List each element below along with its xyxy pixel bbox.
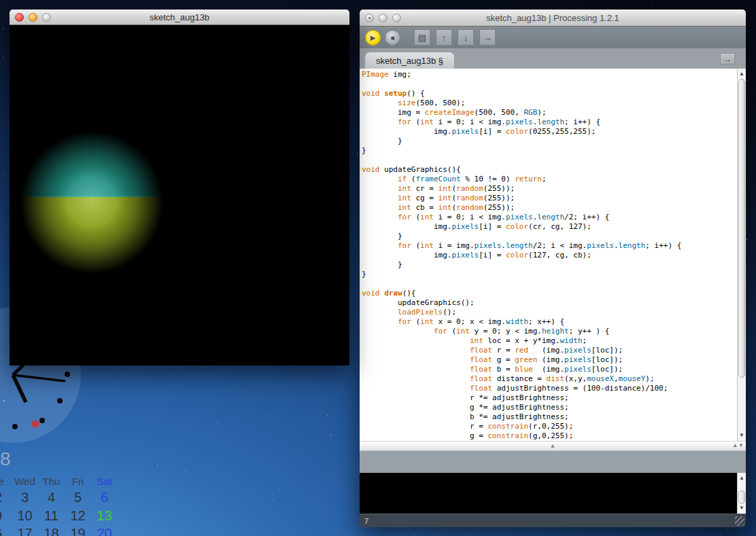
calendar-date: 11 <box>38 508 65 524</box>
sketch-sphere-graphic <box>20 131 163 274</box>
calendar-date: 10 <box>12 508 38 524</box>
code-line: g = constrain(g,0,255); <box>362 431 737 441</box>
editor-vertical-scrollbar[interactable]: ▲ ▼ <box>737 69 746 441</box>
code-line: int loc = x + y*img.width; <box>362 336 737 346</box>
code-line: } <box>362 260 737 270</box>
code-line: } <box>362 137 737 146</box>
code-line: for (int i = 0; i < img.pixels.length; i… <box>362 118 737 127</box>
calendar-date: 5 <box>65 490 91 505</box>
sketch-window-titlebar[interactable]: sketch_aug13b <box>10 10 349 25</box>
scroll-up-icon[interactable]: ▲ <box>738 474 746 482</box>
status-bar: 7 <box>360 514 746 527</box>
calendar-date: 2 <box>0 490 12 505</box>
ide-titlebar[interactable]: sketch_aug13b | Processing 1.2.1 <box>360 10 746 26</box>
code-line: } <box>362 232 737 241</box>
code-line: for (int x = 0; x < img.width; x++) { <box>362 317 737 327</box>
open-icon: ↑ <box>442 33 447 43</box>
code-area[interactable]: PImage img; void setup() { size(500, 500… <box>360 69 737 441</box>
calendar-date: 17 <box>12 526 38 536</box>
minimize-button[interactable] <box>29 13 37 22</box>
calendar-date: 3 <box>12 490 38 505</box>
splitter-handle[interactable]: ▲ <box>550 442 556 449</box>
code-line: float b = blue (img.pixels[loc]); <box>362 365 737 374</box>
calendar-date: 19 <box>65 526 91 536</box>
scroll-corner-arrows-icon[interactable]: ▲▼ <box>732 442 744 448</box>
code-line: float adjustBrightness = (100-distance)/… <box>362 384 737 393</box>
code-line: float g = green (img.pixels[loc]); <box>362 355 737 365</box>
calendar-week-row: 910111213 <box>0 508 118 524</box>
code-line: g *= adjustBrightness; <box>362 403 737 412</box>
code-line <box>362 79 737 89</box>
code-line <box>362 279 737 289</box>
code-line: int cb = int(random(255)); <box>362 203 737 213</box>
calendar-date: 9 <box>0 508 12 524</box>
scroll-down-icon[interactable]: ▼ <box>738 504 746 512</box>
calendar-day-header: Sat <box>91 476 118 487</box>
scroll-up-icon[interactable]: ▲ <box>738 70 746 78</box>
window-resize-grip[interactable] <box>735 516 744 526</box>
code-line: float distance = dist(x,y,mouseX,mouseY)… <box>362 374 737 384</box>
stop-icon: ■ <box>390 34 394 41</box>
minimize-button[interactable] <box>379 14 388 22</box>
clock-marker <box>57 398 63 404</box>
code-editor[interactable]: PImage img; void setup() { size(500, 500… <box>360 69 746 441</box>
code-line: float r = red (img.pixels[loc]); <box>362 346 737 355</box>
export-icon: → <box>483 33 492 43</box>
calendar-date: 13 <box>91 508 118 524</box>
new-sketch-icon: ▤ <box>418 33 426 43</box>
console[interactable]: ▲ ▼ <box>360 473 746 514</box>
stop-button[interactable]: ■ <box>385 30 400 46</box>
tab-sketch-aug13b[interactable]: sketch_aug13b § <box>365 52 454 69</box>
scroll-down-icon[interactable]: ▼ <box>738 431 746 440</box>
code-line: void updateGraphics(){ <box>362 165 737 175</box>
calendar-date: 4 <box>38 490 65 505</box>
code-line: img.pixels[i] = color(0255,255,255); <box>362 127 737 137</box>
code-line <box>362 156 737 165</box>
current-line-indicator: 7 <box>360 517 368 525</box>
code-line: img = createImage(500, 500, RGB); <box>362 108 737 118</box>
export-button[interactable]: → <box>479 29 496 46</box>
ide-tab-bar: sketch_aug13b § → <box>360 48 746 69</box>
clock-marker <box>65 372 70 377</box>
code-line: updateGraphics(); <box>362 298 737 308</box>
calendar-date: 6 <box>91 490 118 505</box>
code-line: size(500, 500); <box>362 99 737 108</box>
code-line: b *= adjustBrightness; <box>362 412 737 422</box>
code-line: } <box>362 146 737 156</box>
console-vertical-scrollbar[interactable]: ▲ ▼ <box>737 473 746 514</box>
code-line: for (int y = 0; y < img.height; y++ ) { <box>362 327 737 336</box>
processing-ide-window: sketch_aug13b | Processing 1.2.1 ▶ ■ ▤ ↑… <box>360 10 746 526</box>
code-line: void setup() { <box>362 89 737 99</box>
code-line: r *= adjustBrightness; <box>362 393 737 403</box>
run-button[interactable]: ▶ <box>365 30 381 46</box>
calendar-date: 20 <box>91 526 118 536</box>
code-line: int cr = int(random(255)); <box>362 184 737 194</box>
editor-horizontal-scrollbar[interactable]: ▲ ▲▼ <box>360 441 746 450</box>
editor-scrollbar-thumb[interactable] <box>738 79 745 378</box>
calendar-date: 12 <box>65 508 91 524</box>
clock-second-hand-dot <box>32 421 39 428</box>
close-button[interactable] <box>365 14 374 22</box>
sketch-output-window: sketch_aug13b <box>10 10 349 365</box>
console-scrollbar-thumb[interactable] <box>738 490 745 504</box>
calendar-week-row: 617181920 <box>0 526 118 536</box>
code-line: void draw(){ <box>362 289 737 298</box>
open-sketch-button[interactable]: ↑ <box>436 29 452 46</box>
code-line: img.pixels[i] = color(cr, cg, 127); <box>362 222 737 232</box>
calendar-date: 18 <box>38 526 65 536</box>
zoom-button[interactable] <box>392 14 401 22</box>
save-icon: ↓ <box>464 33 468 43</box>
sketch-canvas[interactable] <box>10 25 349 365</box>
tab-menu-arrow-icon: → <box>723 54 732 64</box>
run-icon: ▶ <box>371 34 376 41</box>
save-button[interactable]: ↓ <box>458 29 474 46</box>
calendar-big-day: 8 <box>0 448 11 470</box>
tab-menu-button[interactable]: → <box>720 53 735 65</box>
new-sketch-button[interactable]: ▤ <box>414 29 430 46</box>
desktop: { "sketch_window": { "title": "sketch_au… <box>0 0 756 536</box>
code-line: } <box>362 270 737 279</box>
close-button[interactable] <box>15 13 24 22</box>
ide-window-title: sketch_aug13b | Processing 1.2.1 <box>486 13 619 23</box>
code-line: if (frameCount % 10 != 0) return; <box>362 175 737 184</box>
code-line: img.pixels[i] = color(127, cg, cb); <box>362 251 737 260</box>
